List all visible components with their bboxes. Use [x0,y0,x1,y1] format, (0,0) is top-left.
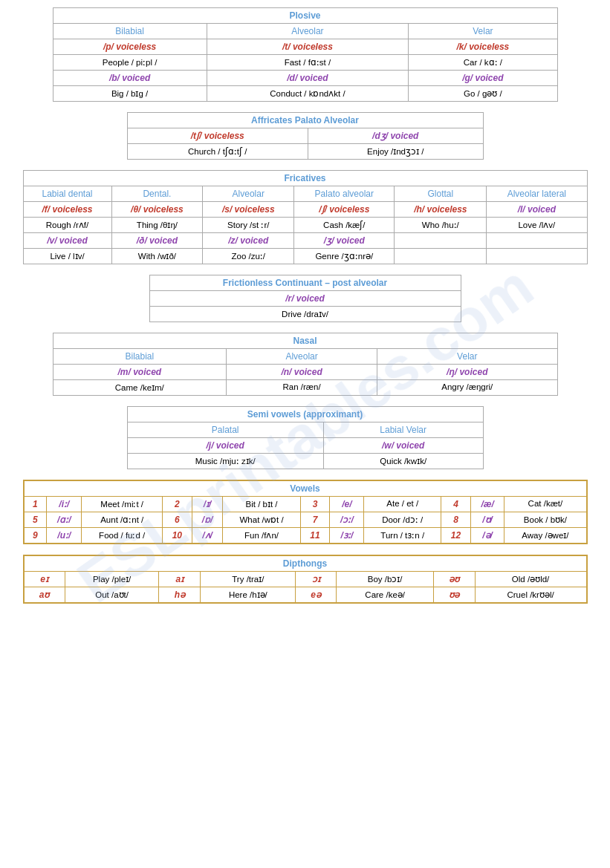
vowel-3-ex: Ate / et / [364,497,441,512]
vowel-11-sym: /ɜː/ [330,528,364,544]
affricates-section: Affricates Palato Alveolar /tʃ/ voiceles… [15,112,595,160]
nasal-header-2: Velar [377,349,557,365]
fric-v-ex: Live / lɪv/ [23,249,111,264]
affricates-title: Affricates Palato Alveolar [127,113,483,128]
affricates-voiced-sym: /dʒ/ voiced [308,128,483,144]
plosive-table: Plosive Bilabial Alveolar Velar /p/ voic… [53,7,558,102]
fric-sh-ex: Cash /kæʃ/ [294,218,395,233]
vowel-1-ex: Meet /miːt / [82,497,162,512]
nasal-n-ex: Ran /ræn/ [227,380,377,396]
fricatives-header-1: Dental. [111,186,203,202]
fric-dh-sym: /ð/ voiced [111,233,203,249]
vowel-6-ex: What /wɒt / [223,512,300,528]
plosive-g-sym: /g/ voiced [409,71,557,86]
fric-zh-ex: Genre /ʒɑːnrə/ [294,249,395,264]
fric-h-sym: /h/ voiceless [395,202,487,218]
vowel-1-num: 1 [24,497,47,512]
vowel-4-sym: /æ/ [470,497,504,512]
dipt-1-ex: Play /pleɪ/ [65,572,159,587]
dipt-6-ex: Here /hɪə/ [201,587,296,604]
vowel-10-sym: /ʌ/ [192,528,223,544]
semivowels-title: Semi vowels (approximant) [127,407,483,422]
fric-zh-sym: /ʒ/ voiced [294,233,395,249]
vowels-title: Vowels [24,480,587,497]
fric-empty-4 [487,249,587,264]
dipt-7-sym: eə [296,587,337,604]
vowels-section: Vowels 1 /iː/ Meet /miːt / 2 /ɪ/ Bit / b… [15,480,595,544]
affricates-voiceless-ex: Church / tʃɑːtʃ / [127,144,308,160]
vowel-10-num: 10 [162,528,192,544]
nasal-ng-sym: /ŋ/ voiced [377,365,557,380]
vowel-11-ex: Turn / tɜːn / [364,528,441,544]
vowel-5-ex: Aunt /ɑːnt / [82,512,162,528]
vowel-8-sym: /ʊ/ [470,512,504,528]
dipt-1-sym: eɪ [24,572,65,587]
plosive-k-ex: Car / kɑː / [409,55,557,71]
fricatives-header-0: Labial dental [23,186,111,202]
vowel-6-num: 6 [162,512,192,528]
fric-th-sym: /θ/ voiceless [111,202,203,218]
plosive-p-sym: /p/ voiceless [53,39,207,55]
fricatives-header-5: Alveolar lateral [487,186,587,202]
fric-f-sym: /f/ voiceless [23,202,111,218]
plosive-d-ex: Conduct / kɒndʌkt / [207,86,409,102]
vowel-12-ex: Away /əweɪ/ [504,528,587,544]
nasal-section: Nasal Bilabial Alveolar Velar /m/ voiced… [15,333,595,396]
dipt-8-ex: Cruel /krʊəl/ [475,587,586,604]
vowel-9-num: 9 [24,528,47,544]
frictionless-section: Frictionless Continuant – post alveolar … [15,275,595,322]
plosive-b-ex: Big / bɪg / [53,86,207,102]
vowel-2-num: 2 [162,497,192,512]
plosive-t-sym: /t/ voiceless [207,39,409,55]
semivowels-table: Semi vowels (approximant) Palatal Labial… [127,406,484,469]
fricatives-section: Fricatives Labial dental Dental. Alveola… [15,170,595,264]
semivowels-header-0: Palatal [127,422,323,438]
nasal-header-0: Bilabial [53,349,227,365]
plosive-d-sym: /d/ voiced [207,71,409,86]
nasal-n-sym: /n/ voiced [227,365,377,380]
semivowels-w-sym: /w/ voiced [323,438,483,454]
fric-l-sym: /l/ voiced [487,202,587,218]
dipt-6-sym: hə [159,587,201,604]
frictionless-sym: /r/ voiced [149,291,461,307]
nasal-header-1: Alveolar [227,349,377,365]
plosive-header-alveolar: Alveolar [207,24,409,39]
dipt-5-ex: Out /aʊt/ [65,587,159,604]
fricatives-table: Fricatives Labial dental Dental. Alveola… [23,170,588,264]
vowel-8-num: 8 [441,512,471,528]
vowel-10-ex: Fun /fʌn/ [223,528,300,544]
plosive-b-sym: /b/ voiced [53,71,207,86]
dipthongs-section: Dipthongs eɪ Play /pleɪ/ aɪ Try /traɪ/ ɔ… [15,555,595,604]
fric-sh-sym: /ʃ/ voiceless [294,202,395,218]
plosive-t-ex: Fast / fɑːst / [207,55,409,71]
fric-z-sym: /z/ voiced [203,233,294,249]
dipt-2-sym: aɪ [159,572,201,587]
vowel-7-num: 7 [300,512,330,528]
affricates-voiced-ex: Enjoy /ɪndʒɔɪ / [308,144,483,160]
fric-empty-2 [487,233,587,249]
dipt-4-ex: Old /əʊld/ [475,572,586,587]
fricatives-header-2: Alveolar [203,186,294,202]
vowel-1-sym: /iː/ [47,497,82,512]
vowel-11-num: 11 [300,528,330,544]
plosive-k-sym: /k/ voiceless [409,39,557,55]
vowel-4-num: 4 [441,497,471,512]
semivowels-j-ex: Music /mjuː zɪk/ [127,454,323,469]
frictionless-table: Frictionless Continuant – post alveolar … [149,275,461,322]
fricatives-title: Fricatives [23,171,587,186]
dipt-8-sym: ʊə [434,587,475,604]
semivowels-j-sym: /j/ voiced [127,438,323,454]
vowel-5-sym: /ɑː/ [47,512,82,528]
fric-l-ex: Love /lʌv/ [487,218,587,233]
vowel-9-sym: /uː/ [47,528,82,544]
fric-s-ex: Story /st ːr/ [203,218,294,233]
plosive-p-ex: People / piːpl / [53,55,207,71]
nasal-title: Nasal [53,333,557,349]
plosive-g-ex: Go / gəʊ / [409,86,557,102]
vowel-4-ex: Cat /kæt/ [504,497,587,512]
vowel-8-ex: Book / bʊk/ [504,512,587,528]
dipthongs-table: Dipthongs eɪ Play /pleɪ/ aɪ Try /traɪ/ ɔ… [23,555,588,604]
vowel-7-ex: Door /dɔː / [364,512,441,528]
semivowels-w-ex: Quick /kwɪk/ [323,454,483,469]
vowel-6-sym: /ɒ/ [192,512,223,528]
